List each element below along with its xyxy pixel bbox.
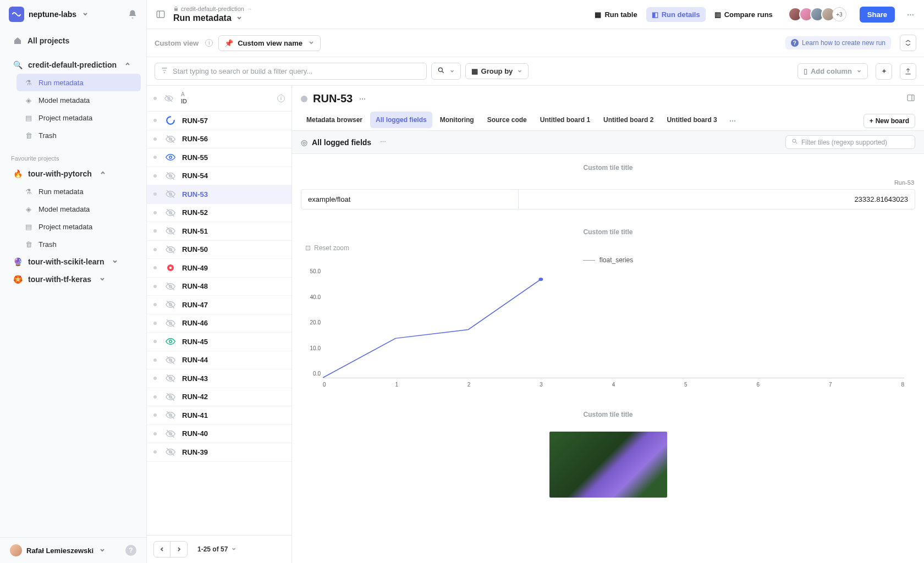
search-input[interactable]: [155, 63, 427, 80]
row-status-icon[interactable]: [166, 245, 175, 255]
row-status-icon[interactable]: [166, 373, 175, 383]
run-row[interactable]: RUN-54: [147, 167, 292, 186]
row-status-icon[interactable]: [166, 355, 175, 365]
page-title[interactable]: Run metadata: [173, 13, 252, 23]
sidebar-project-pytorch[interactable]: 🔥 tour-with-pytorch: [6, 165, 141, 183]
detail-tab[interactable]: Untitled board 3: [661, 112, 722, 128]
sidebar-model-metadata-2[interactable]: ◈Model metadata: [16, 200, 141, 218]
section-more-icon[interactable]: ⋯: [380, 139, 387, 146]
row-status-icon[interactable]: [166, 318, 175, 328]
row-status-icon[interactable]: [166, 282, 175, 291]
more-menu-icon[interactable]: ⋯: [907, 10, 915, 19]
run-row[interactable]: RUN-47: [147, 296, 292, 314]
user-avatar[interactable]: [10, 544, 22, 556]
sidebar-project-metadata[interactable]: ▤Project metadata: [16, 109, 141, 126]
export-icon[interactable]: [900, 63, 916, 80]
detail-tab[interactable]: Source code: [482, 112, 532, 128]
row-status-icon[interactable]: [166, 410, 175, 420]
chevron-down-icon[interactable]: [99, 275, 106, 284]
group-by-button[interactable]: ▦ Group by: [465, 63, 529, 79]
row-status-icon[interactable]: [166, 392, 175, 402]
row-status-icon[interactable]: [166, 171, 175, 181]
new-board-button[interactable]: +New board: [864, 114, 915, 128]
sidebar-run-metadata-2[interactable]: ⚗Run metadata: [16, 183, 141, 200]
detail-tab[interactable]: Untitled board 2: [598, 112, 659, 128]
detail-tab[interactable]: Metadata browser: [301, 112, 368, 128]
chevron-down-icon[interactable]: [112, 257, 118, 266]
run-row[interactable]: RUN-40: [147, 425, 292, 444]
tab-compare-runs[interactable]: ▥Compare runs: [709, 7, 778, 22]
row-status-icon[interactable]: [166, 429, 175, 439]
run-row[interactable]: RUN-39: [147, 443, 292, 462]
run-row[interactable]: RUN-56: [147, 130, 292, 149]
run-row[interactable]: RUN-48: [147, 278, 292, 296]
row-status-icon[interactable]: [166, 263, 175, 273]
custom-view-name-input[interactable]: 📌 Custom view name: [218, 35, 321, 51]
line-chart[interactable]: 50.040.020.010.00.0 012345678: [323, 268, 904, 388]
run-row[interactable]: RUN-53: [147, 185, 292, 204]
chevron-down-icon[interactable]: [236, 13, 243, 23]
row-status-icon[interactable]: [166, 300, 175, 310]
sidebar-trash-2[interactable]: 🗑Trash: [16, 235, 141, 253]
info-icon[interactable]: i: [205, 39, 213, 47]
run-row[interactable]: RUN-43: [147, 369, 292, 388]
pagination-text[interactable]: 1-25 of 57: [197, 545, 237, 553]
run-row[interactable]: RUN-44: [147, 351, 292, 370]
row-status-icon[interactable]: [166, 115, 175, 125]
row-status-icon[interactable]: [166, 208, 175, 218]
tab-run-table[interactable]: ▦Run table: [589, 7, 642, 22]
run-row[interactable]: RUN-55: [147, 148, 292, 167]
help-icon[interactable]: ?: [125, 545, 136, 556]
bell-icon[interactable]: [128, 9, 138, 19]
sidebar-project-scikit[interactable]: 🔮 tour-with-scikit-learn: [6, 253, 141, 271]
add-column-button[interactable]: ▯ Add column: [798, 63, 868, 79]
avatar-more[interactable]: +3: [832, 7, 846, 21]
row-status-icon[interactable]: [166, 152, 175, 162]
chevron-down-icon[interactable]: [82, 10, 89, 19]
workspace-name[interactable]: neptune-labs: [29, 10, 76, 19]
chevron-up-icon[interactable]: [100, 169, 106, 178]
sidebar-trash[interactable]: 🗑Trash: [16, 126, 141, 144]
detail-tab[interactable]: Monitoring: [435, 112, 480, 128]
next-page-button[interactable]: [170, 542, 187, 557]
run-row[interactable]: RUN-42: [147, 388, 292, 407]
row-status-icon[interactable]: [166, 226, 175, 236]
row-status-icon[interactable]: [166, 189, 175, 199]
breadcrumb[interactable]: credit-default-prediction →: [173, 5, 252, 12]
run-row[interactable]: RUN-57: [147, 112, 292, 130]
panel-toggle-icon[interactable]: [156, 9, 166, 19]
layout-icon[interactable]: [906, 93, 915, 104]
sidebar-run-metadata[interactable]: ⚗Run metadata: [16, 74, 141, 91]
learn-link[interactable]: ? Learn how to create new run: [785, 36, 891, 49]
filter-tiles-input[interactable]: [785, 135, 915, 149]
tabs-more-icon[interactable]: ⋯: [725, 113, 741, 129]
sidebar-project-metadata-2[interactable]: ▤Project metadata: [16, 218, 141, 235]
chevron-up-icon[interactable]: [124, 60, 131, 69]
search-dropdown-button[interactable]: [431, 63, 461, 80]
detail-tab[interactable]: Untitled board 1: [535, 112, 596, 128]
run-row[interactable]: RUN-51: [147, 222, 292, 241]
sidebar-project-credit[interactable]: 🔍 credit-default-prediction: [6, 56, 141, 74]
reset-zoom-button[interactable]: ⊡ Reset zoom: [305, 244, 349, 252]
run-more-icon[interactable]: ⋯: [359, 95, 367, 103]
chevron-down-icon[interactable]: [99, 547, 106, 555]
run-row[interactable]: RUN-45: [147, 333, 292, 351]
row-status-icon[interactable]: [166, 134, 175, 144]
run-row[interactable]: RUN-52: [147, 204, 292, 223]
run-row[interactable]: RUN-49: [147, 259, 292, 278]
collapse-icon[interactable]: [900, 35, 916, 51]
sidebar-model-metadata[interactable]: ◈Model metadata: [16, 91, 141, 109]
run-row[interactable]: RUN-41: [147, 406, 292, 425]
share-button[interactable]: Share: [860, 7, 895, 23]
wand-icon[interactable]: ✦: [876, 63, 892, 80]
sidebar-all-projects[interactable]: All projects: [6, 32, 141, 49]
search-field[interactable]: [173, 67, 421, 75]
run-row[interactable]: RUN-50: [147, 241, 292, 260]
run-row[interactable]: RUN-46: [147, 314, 292, 333]
image-tile[interactable]: [549, 432, 667, 498]
row-status-icon[interactable]: [166, 447, 175, 457]
prev-page-button[interactable]: [154, 542, 170, 557]
info-icon[interactable]: i: [277, 95, 285, 102]
row-status-icon[interactable]: [166, 336, 175, 346]
detail-tab[interactable]: All logged fields: [370, 112, 432, 128]
